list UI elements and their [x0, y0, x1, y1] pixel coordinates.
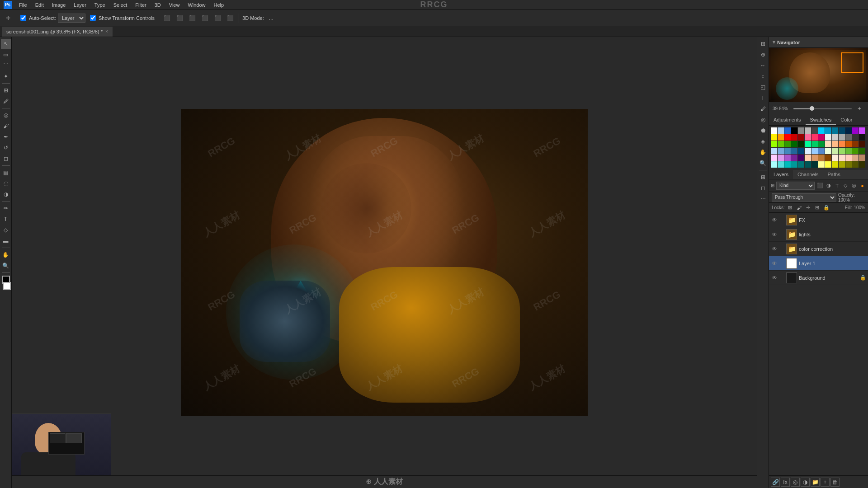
add-mask-btn[interactable]: ◎ [791, 478, 800, 487]
swatch-p12[interactable] [845, 155, 852, 161]
swatch-b13[interactable] [852, 148, 859, 154]
layer-row-colorcorr[interactable]: 👁 📁 color correction [769, 242, 868, 256]
lock-all-btn[interactable]: 🔒 [823, 204, 830, 211]
hand-tool[interactable]: ✋ [1, 250, 11, 260]
strip-btn-4[interactable]: ↕ [758, 71, 768, 81]
navigator-header[interactable]: ▾ Navigator [769, 37, 868, 48]
layers-filter-smart[interactable]: ◎ [850, 181, 858, 190]
align-right-btn[interactable]: ⬛ [187, 13, 198, 23]
swatch-p1[interactable] [771, 155, 777, 161]
swatch-p2[interactable] [778, 155, 784, 161]
swatch-b5[interactable] [798, 148, 804, 154]
auto-select-dropdown[interactable]: Layer Group [58, 14, 85, 23]
path-tool[interactable]: ◇ [1, 225, 11, 235]
swatch-b14[interactable] [859, 148, 865, 154]
layer-eye-colorcorr[interactable]: 👁 [771, 245, 778, 253]
swatch-p4[interactable] [791, 155, 797, 161]
swatch-p7[interactable] [811, 155, 818, 161]
strip-btn-6[interactable]: T [758, 93, 768, 103]
delete-layer-btn[interactable]: 🗑 [830, 478, 840, 487]
strip-btn-3[interactable]: ↔ [758, 61, 768, 70]
strip-btn-8[interactable]: ◎ [758, 115, 768, 125]
swatch-cyan1[interactable] [818, 127, 825, 134]
strip-btn-2[interactable]: ⊕ [758, 50, 768, 60]
swatch-b9[interactable] [825, 148, 831, 154]
swatch-6-13[interactable] [852, 161, 859, 168]
strip-btn-14[interactable]: ◻ [758, 183, 768, 193]
swatch-6-14[interactable] [859, 161, 865, 168]
strip-btn-15[interactable]: ⋯ [758, 194, 768, 204]
move-tool-btn[interactable]: ✛ [3, 13, 14, 23]
swatch-p13[interactable] [852, 155, 859, 161]
swatch-g7[interactable] [811, 141, 818, 147]
layers-filter-pixel[interactable]: ⬛ [816, 181, 824, 190]
swatch-p9[interactable] [825, 155, 831, 161]
gradient-tool[interactable]: ▦ [1, 168, 11, 178]
swatch-g4[interactable] [791, 141, 797, 147]
swatch-g3[interactable] [784, 141, 791, 147]
swatch-p8[interactable] [818, 155, 825, 161]
layer-eye-fx[interactable]: 👁 [771, 216, 778, 224]
swatch-g12[interactable] [845, 141, 852, 147]
swatch-g11[interactable] [839, 141, 845, 147]
menu-file[interactable]: File [15, 1, 31, 9]
swatch-p5[interactable] [798, 155, 804, 161]
zoom-slider[interactable] [793, 108, 852, 109]
more-options-btn[interactable]: ... [266, 13, 277, 23]
swatch-6-9[interactable] [825, 161, 831, 168]
swatch-6-10[interactable] [832, 161, 838, 168]
lock-transparent-btn[interactable]: ⊠ [787, 204, 794, 211]
swatch-navy[interactable] [845, 127, 852, 134]
swatch-6-4[interactable] [791, 161, 797, 168]
swatch-6-1[interactable] [771, 161, 777, 168]
tab-adjustments[interactable]: Adjustments [769, 115, 806, 125]
swatch-b4[interactable] [791, 148, 797, 154]
layer-row-lights[interactable]: 👁 📁 lights [769, 227, 868, 242]
kind-dropdown[interactable]: Kind Name Effect Mode Attribute Color Sm… [776, 182, 815, 190]
swatch-r5[interactable] [798, 134, 804, 141]
strip-btn-9[interactable]: ⬟ [758, 126, 768, 136]
menu-image[interactable]: Image [48, 1, 70, 9]
swatch-r13[interactable] [852, 134, 859, 141]
align-top-btn[interactable]: ⬛ [199, 13, 210, 23]
shape-tool[interactable]: ▬ [1, 236, 11, 246]
align-left-btn[interactable]: ⬛ [161, 13, 172, 23]
swatch-r10[interactable] [832, 134, 838, 141]
brush-tool[interactable]: 🖌 [1, 121, 11, 131]
strip-btn-11[interactable]: ✋ [758, 147, 768, 157]
swatch-g9[interactable] [825, 141, 831, 147]
align-bottom-btn[interactable]: ⬛ [225, 13, 236, 23]
swatch-6-11[interactable] [839, 161, 845, 168]
swatch-b6[interactable] [805, 148, 811, 154]
tab-paths[interactable]: Paths [823, 170, 845, 179]
navigator-viewport-box[interactable] [841, 52, 863, 73]
strip-btn-1[interactable]: ⊞ [758, 39, 768, 49]
menu-3d[interactable]: 3D [151, 1, 165, 9]
swatch-b10[interactable] [832, 148, 838, 154]
swatch-r1[interactable] [771, 134, 777, 141]
layers-filter-toggle[interactable]: ● [859, 181, 866, 190]
swatch-6-12[interactable] [845, 161, 852, 168]
selection-tool[interactable]: ▭ [1, 50, 11, 60]
swatch-6-8[interactable] [818, 161, 825, 168]
lasso-tool[interactable]: ⌒ [1, 61, 11, 70]
swatch-white[interactable] [771, 127, 777, 134]
dodge-tool[interactable]: ◑ [1, 189, 11, 199]
swatch-cyan2[interactable] [825, 127, 831, 134]
swatch-r7[interactable] [811, 134, 818, 141]
align-center-btn[interactable]: ⬛ [174, 13, 185, 23]
move-tool[interactable]: ↖ [1, 39, 11, 49]
swatch-r9[interactable] [825, 134, 831, 141]
swatch-g10[interactable] [832, 141, 838, 147]
background-color[interactable] [3, 282, 11, 290]
swatch-r14[interactable] [859, 134, 865, 141]
swatch-p11[interactable] [839, 155, 845, 161]
swatch-r12[interactable] [845, 134, 852, 141]
show-transform-checkbox[interactable] [90, 15, 96, 21]
layers-filter-shape[interactable]: ◇ [842, 181, 849, 190]
swatch-blue[interactable] [784, 127, 791, 134]
swatch-black[interactable] [791, 127, 797, 134]
spot-heal-tool[interactable]: ◎ [1, 110, 11, 120]
menu-select[interactable]: Select [110, 1, 131, 9]
zoom-slider-thumb[interactable] [810, 106, 814, 111]
